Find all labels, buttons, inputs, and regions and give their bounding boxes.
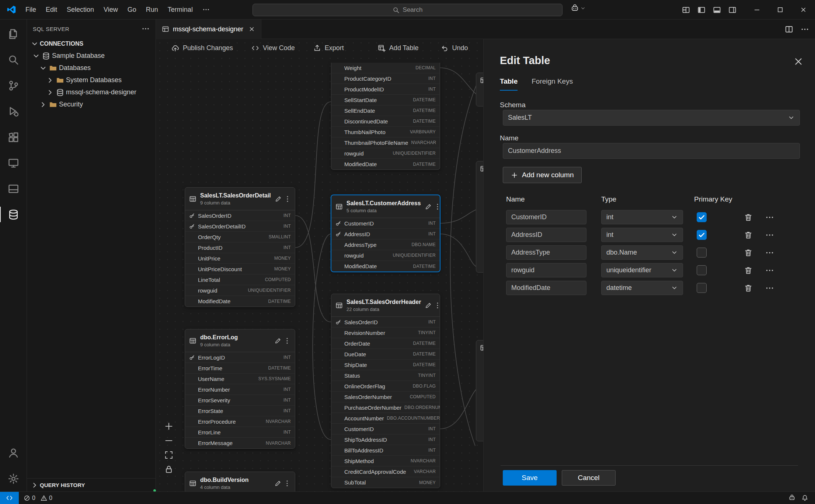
table-node-header[interactable]: dbo.ErrorLog9 column data: [185, 329, 295, 352]
schema-designer-canvas[interactable]: WeightDECIMALProductCategoryIDINTProduct…: [156, 39, 483, 491]
editor-more-actions-button[interactable]: [801, 25, 809, 34]
table-node-header[interactable]: SalesLT.SalesOrderHeader22 column data: [331, 294, 440, 317]
column-name-input[interactable]: [506, 210, 586, 224]
node-column-row[interactable]: ErrorSeverityINT: [185, 395, 295, 406]
menu-view[interactable]: View: [99, 3, 123, 17]
node-column-row[interactable]: ThumbnailPhotoFileNameNVARCHAR: [331, 137, 440, 148]
node-column-row[interactable]: SubTotalMONEY: [331, 477, 440, 488]
node-column-row[interactable]: LineTotalCOMPUTED: [185, 274, 295, 285]
table-node-dbo-errorlog[interactable]: dbo.ErrorLog9 column dataErrorLogIDINTEr…: [185, 329, 295, 449]
node-column-row[interactable]: ModifiedDateDATETIME: [185, 296, 295, 307]
tree-item-system-databases[interactable]: System Databases: [27, 74, 156, 86]
menu-edit[interactable]: Edit: [41, 3, 62, 17]
activity-explorer-button[interactable]: [0, 21, 27, 47]
node-column-row[interactable]: ErrorNumberINT: [185, 384, 295, 395]
column-more-options-button[interactable]: [765, 231, 774, 239]
node-column-row[interactable]: WeightDECIMAL: [331, 63, 440, 73]
node-column-row[interactable]: ProductIDINT: [185, 242, 295, 253]
minimize-button[interactable]: [745, 0, 769, 20]
node-column-row[interactable]: ErrorTimeDATETIME: [185, 363, 295, 374]
node-column-row[interactable]: rowguidUNIQUEIDENTIFIER: [331, 148, 440, 159]
node-column-row[interactable]: DiscontinuedDateDATETIME: [331, 116, 440, 127]
activity-search-button[interactable]: [0, 47, 27, 73]
menu-file[interactable]: File: [21, 3, 41, 17]
notifications-bell-icon[interactable]: [801, 494, 808, 501]
node-column-row[interactable]: SalesOrderNumberCOMPUTED: [331, 392, 440, 402]
toolbar-undo-button[interactable]: Undo: [441, 44, 468, 52]
column-name-input[interactable]: [506, 245, 586, 260]
tree-item-security[interactable]: Security: [27, 98, 156, 111]
column-type-select[interactable]: int: [601, 210, 683, 224]
node-column-row[interactable]: ModifiedDateDATETIME: [331, 159, 440, 169]
sidebar-more-actions-button[interactable]: [142, 25, 150, 33]
node-column-row[interactable]: ModifiedDateDATETIME: [331, 261, 440, 272]
activity-panel-layout-button[interactable]: [0, 176, 27, 202]
node-column-row[interactable]: SalesOrderIDINT: [185, 210, 295, 221]
delete-column-button[interactable]: [744, 213, 753, 222]
lock-canvas-button[interactable]: [164, 465, 174, 474]
table-node-saleslt-customeraddress[interactable]: SalesLT.CustomerAddress5 column dataCust…: [331, 195, 440, 272]
toolbar-export-button[interactable]: Export: [313, 44, 344, 52]
node-column-row[interactable]: AccountNumberDBO.ACCOUNTNUMBER: [331, 413, 440, 424]
activity-remote-explorer-button[interactable]: [0, 150, 27, 176]
add-new-column-button[interactable]: Add new column: [503, 167, 582, 183]
primary-key-checkbox[interactable]: [697, 230, 707, 240]
delete-column-button[interactable]: [744, 248, 753, 257]
column-type-select[interactable]: dbo.Name: [601, 245, 683, 260]
partial-table-node[interactable]: [476, 161, 483, 273]
zoom-in-button[interactable]: [164, 421, 174, 431]
fit-to-screen-button[interactable]: [164, 450, 174, 460]
column-more-options-button[interactable]: [765, 248, 774, 257]
maximize-button[interactable]: [769, 0, 792, 20]
menu-overflow-button[interactable]: [198, 3, 215, 17]
edit-table-icon[interactable]: [425, 302, 432, 309]
copilot-status-icon[interactable]: [788, 494, 795, 501]
node-column-row[interactable]: ErrorStateINT: [185, 406, 295, 416]
edit-table-icon[interactable]: [275, 195, 282, 203]
node-column-row[interactable]: ShipDateDATETIME: [331, 360, 440, 370]
activity-settings-button[interactable]: [0, 466, 27, 491]
node-column-row[interactable]: PurchaseOrderNumberDBO.ORDERNUMBER: [331, 402, 440, 413]
column-more-options-button[interactable]: [765, 213, 774, 222]
delete-column-button[interactable]: [744, 284, 753, 293]
partial-table-node[interactable]: [476, 73, 483, 106]
node-more-icon[interactable]: [283, 337, 291, 344]
save-button[interactable]: Save: [503, 470, 557, 486]
column-name-input[interactable]: [506, 228, 586, 242]
table-node-header[interactable]: dbo.BuildVersion4 column data: [185, 472, 295, 491]
activity-source-control-button[interactable]: [0, 73, 27, 98]
activity-sql-server-button[interactable]: [0, 202, 27, 227]
column-type-select[interactable]: datetime: [601, 281, 683, 295]
node-column-row[interactable]: OrderQtySMALLINT: [185, 232, 295, 242]
remote-indicator[interactable]: [0, 492, 19, 504]
node-column-row[interactable]: ProductCategoryIDINT: [331, 73, 440, 84]
column-more-options-button[interactable]: [765, 284, 774, 293]
node-column-row[interactable]: UnitPriceDiscountMONEY: [185, 264, 295, 274]
table-node-item[interactable]: WeightDECIMALProductCategoryIDINTProduct…: [331, 63, 440, 170]
activity-run-and-debug-button[interactable]: [0, 98, 27, 124]
node-column-row[interactable]: SellStartDateDATETIME: [331, 95, 440, 105]
toggle-panel-button[interactable]: [710, 3, 724, 17]
primary-key-checkbox[interactable]: [697, 212, 707, 222]
tab-foreign-keys[interactable]: Foreign Keys: [532, 77, 573, 91]
menu-terminal[interactable]: Terminal: [163, 3, 198, 17]
node-column-row[interactable]: ErrorProcedureNVARCHAR: [185, 416, 295, 427]
node-column-row[interactable]: RevisionNumberTINYINT: [331, 328, 440, 338]
table-node-header[interactable]: SalesLT.CustomerAddress5 column data: [331, 195, 440, 218]
copilot-menu-button[interactable]: [571, 4, 586, 13]
tab-table[interactable]: Table: [500, 77, 518, 91]
search-input[interactable]: Search: [252, 4, 563, 16]
tab-close-button[interactable]: [247, 24, 257, 34]
node-column-row[interactable]: CreditCardApprovalCodeVARCHAR: [331, 466, 440, 477]
customize-layout-button[interactable]: [679, 3, 693, 17]
node-column-row[interactable]: AddressTypeDBO.NAME: [331, 239, 440, 250]
connections-section-header[interactable]: CONNECTIONS: [27, 38, 156, 50]
tree-item-sample-database[interactable]: Sample Database: [27, 50, 156, 62]
column-type-select[interactable]: uniqueidentifier: [601, 263, 683, 277]
table-node-header[interactable]: SalesLT.SalesOrderDetail9 column data: [185, 188, 295, 210]
node-column-row[interactable]: rowguidUNIQUEIDENTIFIER: [185, 285, 295, 296]
close-window-button[interactable]: [792, 0, 815, 20]
toolbar-publish-changes-button[interactable]: Publish Changes: [171, 44, 233, 52]
node-column-row[interactable]: CustomerIDINT: [331, 424, 440, 434]
toggle-secondary-sidebar-button[interactable]: [725, 3, 739, 17]
